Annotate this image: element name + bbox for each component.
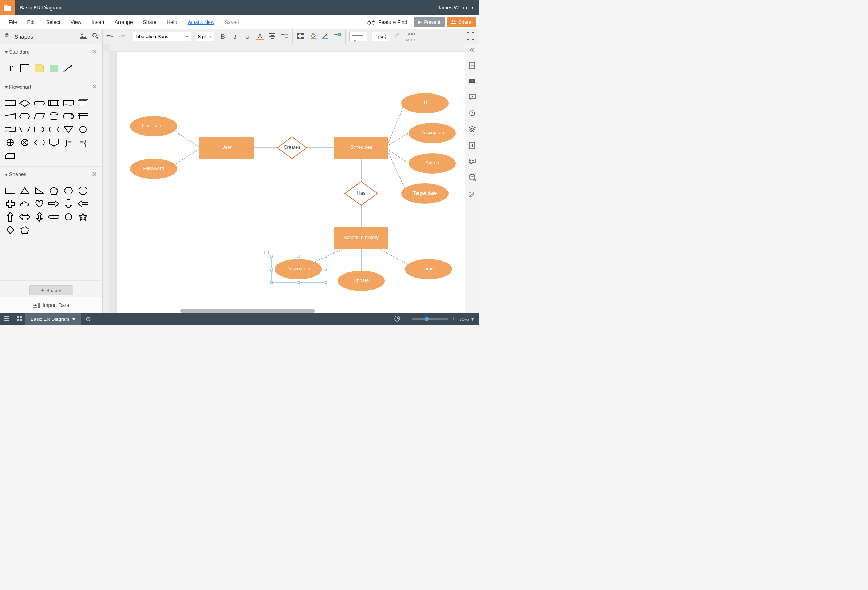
fullscreen-icon[interactable]: [462, 32, 479, 41]
close-icon[interactable]: ✕: [92, 48, 97, 56]
sh-rtriangle[interactable]: [33, 185, 46, 196]
data-icon[interactable]: [469, 174, 475, 182]
menu-edit[interactable]: Edit: [22, 19, 41, 25]
grid-icon[interactable]: [13, 316, 25, 322]
fc-database[interactable]: [47, 111, 61, 122]
fc-stored[interactable]: [47, 124, 61, 135]
more-icon[interactable]: •••: [408, 31, 416, 37]
add-page-button[interactable]: ⊕: [81, 315, 95, 323]
menu-share[interactable]: Share: [138, 19, 162, 25]
fc-merge[interactable]: [62, 124, 75, 135]
horizontal-scrollbar[interactable]: [180, 309, 315, 313]
layers-icon[interactable]: [469, 126, 475, 134]
group-flowchart-header[interactable]: ▾ Flowchart✕: [0, 79, 102, 95]
fc-manualinput[interactable]: [4, 111, 17, 122]
underline-button[interactable]: U: [244, 34, 252, 40]
text-options-button[interactable]: T: [281, 34, 289, 40]
fc-sum[interactable]: [18, 137, 31, 148]
history-icon[interactable]: [469, 110, 475, 118]
sh-udarrow[interactable]: [33, 211, 46, 222]
menu-file[interactable]: File: [4, 19, 22, 25]
comments-icon[interactable]: "": [469, 79, 475, 86]
bold-button[interactable]: B: [219, 34, 227, 40]
zoom-in-button[interactable]: +: [452, 315, 456, 323]
page-settings-icon[interactable]: [469, 62, 475, 71]
outline-icon[interactable]: [0, 316, 13, 322]
sh-lrarrow[interactable]: [18, 211, 31, 222]
menu-select[interactable]: Select: [41, 19, 65, 25]
share-button[interactable]: Share: [447, 17, 475, 27]
feature-find[interactable]: Feature Find: [368, 19, 407, 25]
fc-manualop[interactable]: [18, 124, 31, 135]
page-tab[interactable]: Basic ER Diagram ▼: [25, 313, 81, 325]
group-standard-header[interactable]: ▾ Standard✕: [0, 44, 102, 60]
import-data-button[interactable]: Import Data: [0, 297, 102, 313]
close-icon[interactable]: ✕: [92, 170, 97, 178]
fc-brace-r[interactable]: }≡: [62, 137, 75, 148]
diagram-svg[interactable]: User name Password User Creates Schedule…: [117, 52, 465, 313]
undo-icon[interactable]: [106, 34, 114, 40]
shape-text[interactable]: T: [4, 63, 17, 74]
line-width-select[interactable]: 2 px▲▼: [372, 32, 389, 41]
image-icon[interactable]: [80, 33, 87, 41]
fc-process[interactable]: [4, 98, 17, 109]
bucket-icon[interactable]: [309, 33, 317, 41]
search-icon[interactable]: [92, 33, 99, 41]
sh-slot[interactable]: [47, 211, 61, 222]
redo-icon[interactable]: [118, 34, 125, 40]
fc-preparation[interactable]: [18, 111, 31, 122]
menu-arrange[interactable]: Arrange: [109, 19, 138, 25]
text-color-button[interactable]: A: [256, 34, 264, 40]
fc-card[interactable]: [4, 150, 17, 161]
fc-or[interactable]: [4, 137, 17, 148]
sh-cross[interactable]: [4, 198, 17, 209]
menu-whatsnew[interactable]: What's New: [182, 19, 220, 25]
sh-triangle[interactable]: [18, 185, 31, 196]
align-button[interactable]: [268, 34, 276, 40]
theme-icon[interactable]: [469, 142, 475, 151]
sh-heart[interactable]: [33, 198, 46, 209]
sh-star[interactable]: [77, 211, 90, 222]
zoom-level[interactable]: 75% ▼: [459, 316, 475, 322]
fc-data[interactable]: [33, 111, 46, 122]
shape-block[interactable]: [18, 63, 31, 74]
sh-diamond[interactable]: [4, 224, 17, 235]
menu-insert[interactable]: Insert: [87, 19, 109, 25]
fc-terminator[interactable]: [33, 98, 46, 109]
zoom-out-button[interactable]: −: [404, 315, 408, 323]
fc-document[interactable]: [62, 98, 75, 109]
sh-polygon[interactable]: [18, 224, 31, 235]
document-title[interactable]: Basic ER Diagram: [15, 5, 61, 10]
line-color-button[interactable]: [321, 33, 329, 41]
shape-hotspot[interactable]: [47, 63, 61, 74]
magic-icon[interactable]: [469, 191, 475, 199]
sh-rect[interactable]: [4, 185, 17, 196]
menu-help[interactable]: Help: [162, 19, 182, 25]
zoom-slider[interactable]: [412, 318, 448, 320]
line-style-select[interactable]: [349, 32, 368, 41]
add-shapes-button[interactable]: ＋ Shapes: [30, 285, 73, 295]
line-shape-button[interactable]: [394, 33, 402, 41]
sh-rarrow[interactable]: [47, 198, 61, 209]
shape-style-button[interactable]: [334, 33, 341, 41]
fc-directdata[interactable]: [62, 111, 75, 122]
shape-arrow[interactable]: [62, 63, 75, 74]
fc-offpage[interactable]: [47, 137, 61, 148]
group-shapes-header[interactable]: ▾ Shapes✕: [0, 166, 102, 182]
fc-papertape[interactable]: [4, 124, 17, 135]
presentation-icon[interactable]: [469, 94, 475, 102]
menu-view[interactable]: View: [65, 19, 87, 25]
sh-pentagon[interactable]: [47, 185, 61, 196]
user-menu[interactable]: James Webb: [438, 5, 479, 10]
sh-circle[interactable]: [62, 211, 75, 222]
collapse-icon[interactable]: [469, 47, 475, 54]
sh-hexagon[interactable]: [62, 185, 75, 196]
fill-button[interactable]: [297, 33, 304, 41]
fc-multidoc[interactable]: [77, 98, 90, 109]
fc-connector[interactable]: [77, 124, 90, 135]
chat-icon[interactable]: [469, 159, 475, 166]
fc-predef[interactable]: [47, 98, 61, 109]
sh-cloud[interactable]: [18, 198, 31, 209]
sh-octagon[interactable]: [77, 185, 90, 196]
italic-button[interactable]: I: [231, 34, 239, 40]
